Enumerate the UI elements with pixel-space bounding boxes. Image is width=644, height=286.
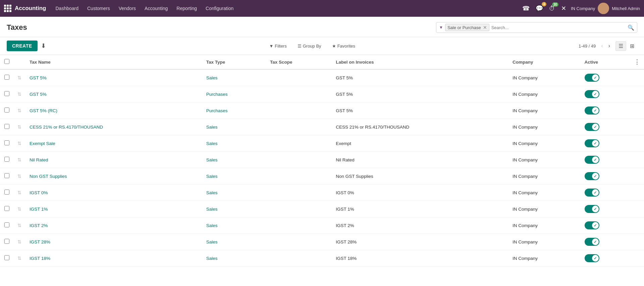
tax-type-link[interactable]: Purchases xyxy=(206,108,228,113)
active-toggle-1[interactable]: ✓ xyxy=(585,90,599,98)
tax-type-link[interactable]: Sales xyxy=(206,239,218,244)
row-checkbox-11[interactable] xyxy=(4,255,9,260)
list-view-btn[interactable]: ☰ xyxy=(615,41,626,51)
active-toggle-11[interactable]: ✓ xyxy=(585,254,599,262)
nav-vendors[interactable]: Vendors xyxy=(115,4,140,13)
user-info[interactable]: IN Company Mitchell Admin xyxy=(571,3,640,14)
drag-handle-icon[interactable]: ⇅ xyxy=(17,190,21,195)
row-checkbox-5[interactable] xyxy=(4,157,9,162)
row-checkbox-3[interactable] xyxy=(4,124,9,129)
tax-type-link[interactable]: Sales xyxy=(206,223,218,228)
tax-name-link[interactable]: CESS 21% or RS.4170/THOUSAND xyxy=(30,125,103,130)
close-icon-btn[interactable]: ✕ xyxy=(560,3,568,13)
create-button[interactable]: CREATE xyxy=(7,41,38,51)
tax-name-link[interactable]: Exempt Sale xyxy=(30,141,55,146)
star-icon: ★ xyxy=(332,44,336,49)
active-toggle-10[interactable]: ✓ xyxy=(585,238,599,246)
tax-type-link[interactable]: Sales xyxy=(206,157,218,162)
row-checkbox-10[interactable] xyxy=(4,239,9,244)
download-icon[interactable]: ⬇ xyxy=(41,42,46,50)
messages-icon-btn[interactable]: 💬 4 xyxy=(534,3,544,13)
row-options-cell xyxy=(630,119,644,135)
activities-icon-btn[interactable]: ⏱ 30 xyxy=(548,4,556,13)
tax-name-link[interactable]: IGST 1% xyxy=(30,207,48,212)
nav-reporting[interactable]: Reporting xyxy=(172,4,201,13)
tax-type-link[interactable]: Sales xyxy=(206,256,218,261)
row-checkbox-4[interactable] xyxy=(4,140,9,145)
tax-type-link[interactable]: Sales xyxy=(206,190,218,195)
table-row: ⇅ IGST 18% Sales IGST 18% IN Company ✓ xyxy=(0,250,644,267)
nav-accounting[interactable]: Accounting xyxy=(141,4,172,13)
drag-handle-icon[interactable]: ⇅ xyxy=(17,108,21,113)
drag-handle-icon[interactable]: ⇅ xyxy=(17,75,21,80)
tax-type-link[interactable]: Sales xyxy=(206,207,218,212)
row-checkbox-2[interactable] xyxy=(4,108,9,113)
tax-type-link[interactable]: Purchases xyxy=(206,92,228,97)
tax-name-link[interactable]: IGST 0% xyxy=(30,190,48,195)
kanban-view-btn[interactable]: ⊞ xyxy=(627,41,637,51)
drag-handle-icon[interactable]: ⇅ xyxy=(17,124,21,130)
prev-page-btn[interactable]: ‹ xyxy=(599,42,605,50)
tax-type-link[interactable]: Sales xyxy=(206,141,218,146)
tax-name-link[interactable]: Non GST Supplies xyxy=(30,174,67,179)
row-checkbox-8[interactable] xyxy=(4,206,9,211)
select-all-checkbox[interactable] xyxy=(4,59,9,64)
label-cell: GST 5% xyxy=(332,102,508,119)
active-toggle-2[interactable]: ✓ xyxy=(585,106,599,115)
drag-handle-icon[interactable]: ⇅ xyxy=(17,256,21,261)
favorites-btn[interactable]: ★ Favorites xyxy=(329,42,358,50)
tax-name-link[interactable]: Nil Rated xyxy=(30,157,48,162)
phone-icon-btn[interactable]: ☎ xyxy=(521,3,531,13)
tax-type-link[interactable]: Sales xyxy=(206,174,218,179)
row-options-cell xyxy=(630,201,644,217)
active-toggle-3[interactable]: ✓ xyxy=(585,123,599,131)
active-toggle-7[interactable]: ✓ xyxy=(585,189,599,197)
filters-btn[interactable]: ▼ Filters xyxy=(266,42,289,50)
row-checkbox-7[interactable] xyxy=(4,190,9,195)
next-page-btn[interactable]: › xyxy=(606,42,612,50)
tax-name-link[interactable]: GST 5% xyxy=(30,92,47,97)
search-icon[interactable]: 🔍 xyxy=(628,24,634,31)
tax-name-link[interactable]: IGST 28% xyxy=(30,239,50,244)
active-toggle-5[interactable]: ✓ xyxy=(585,156,599,164)
active-toggle-9[interactable]: ✓ xyxy=(585,221,599,229)
drag-handle-icon[interactable]: ⇅ xyxy=(17,239,21,244)
search-input[interactable] xyxy=(491,25,626,30)
view-toggle: ☰ ⊞ xyxy=(615,41,637,51)
tax-name-link[interactable]: IGST 2% xyxy=(30,223,48,228)
active-toggle-6[interactable]: ✓ xyxy=(585,172,599,180)
drag-handle-cell: ⇅ xyxy=(13,234,25,250)
toggle-check-icon: ✓ xyxy=(594,92,597,96)
active-cell: ✓ xyxy=(581,168,630,185)
row-checkbox-6[interactable] xyxy=(4,173,9,178)
tax-name-link[interactable]: GST 5% (RC) xyxy=(30,108,57,113)
drag-handle-icon[interactable]: ⇅ xyxy=(17,223,21,228)
row-checkbox-9[interactable] xyxy=(4,222,9,227)
tax-name-link[interactable]: GST 5% xyxy=(30,75,47,80)
nav-customers[interactable]: Customers xyxy=(83,4,114,13)
nav-dashboard[interactable]: Dashboard xyxy=(52,4,83,13)
app-logo[interactable]: Accounting xyxy=(4,5,46,12)
nav-configuration[interactable]: Configuration xyxy=(202,4,237,13)
toggle-check-icon: ✓ xyxy=(594,256,597,261)
filter-tag-remove[interactable]: ✕ xyxy=(483,25,487,30)
active-toggle-4[interactable]: ✓ xyxy=(585,139,599,147)
company-cell: IN Company xyxy=(508,119,581,135)
company-cell: IN Company xyxy=(508,185,581,201)
column-options-icon[interactable]: ⋮ xyxy=(634,59,640,65)
tax-name-link[interactable]: IGST 18% xyxy=(30,256,50,261)
drag-handle-icon[interactable]: ⇅ xyxy=(17,141,21,146)
active-toggle-0[interactable]: ✓ xyxy=(585,74,599,82)
drag-handle-icon[interactable]: ⇅ xyxy=(17,206,21,212)
col-company: Company xyxy=(508,55,581,69)
tax-type-link[interactable]: Sales xyxy=(206,125,218,130)
group-by-btn[interactable]: ☰ Group By xyxy=(295,42,324,50)
table-row: ⇅ Non GST Supplies Sales Non GST Supplie… xyxy=(0,168,644,185)
drag-handle-icon[interactable]: ⇅ xyxy=(17,173,21,179)
tax-type-link[interactable]: Sales xyxy=(206,75,218,80)
active-toggle-8[interactable]: ✓ xyxy=(585,205,599,213)
row-checkbox-1[interactable] xyxy=(4,91,9,96)
row-checkbox-0[interactable] xyxy=(4,75,9,80)
drag-handle-icon[interactable]: ⇅ xyxy=(17,91,21,97)
drag-handle-icon[interactable]: ⇅ xyxy=(17,157,21,162)
